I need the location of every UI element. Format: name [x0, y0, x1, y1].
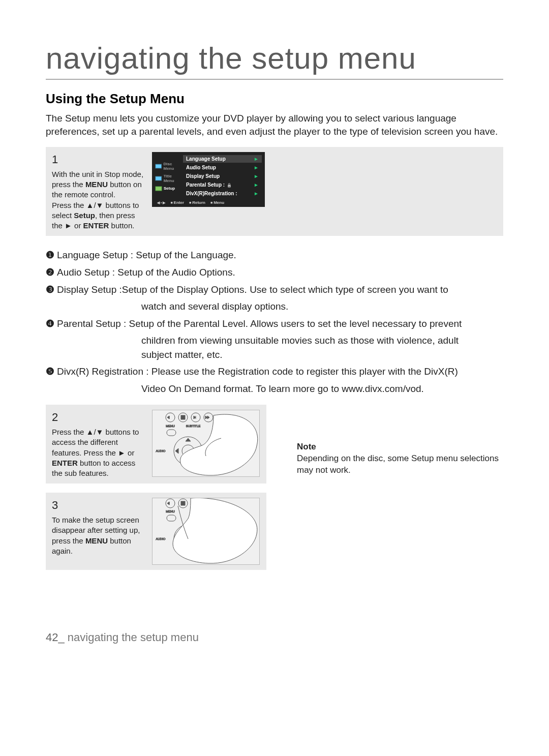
osd-footer: Enter Return Menu	[155, 197, 262, 205]
lock-icon	[225, 182, 232, 188]
svg-rect-19	[181, 501, 185, 505]
step-3-number: 3	[52, 498, 146, 513]
osd-item-parental: Parental Setup : ►	[183, 181, 262, 189]
chevron-right-icon: ►	[254, 182, 259, 188]
osd-tab-disc-menu: Disc Menu	[155, 162, 183, 171]
svg-text:AUDIO: AUDIO	[156, 449, 165, 452]
footer-text: navigating the setup menu	[65, 631, 199, 644]
svg-rect-1	[156, 176, 162, 180]
chevron-right-icon: ►	[254, 165, 259, 170]
chapter-title: navigating the setup menu	[46, 41, 503, 80]
chevron-right-icon: ►	[254, 191, 259, 196]
remote-illustration-step3: MENU AUDIO	[152, 498, 260, 565]
svg-text:SUBTITLE: SUBTITLE	[186, 425, 201, 428]
bullet-5: ❺	[46, 365, 57, 379]
svg-text:MENU: MENU	[166, 425, 175, 428]
osd-tab-title-menu: Title Menu	[155, 174, 183, 183]
note-body: Depending on the disc, some Setup menu s…	[297, 453, 503, 476]
osd-item-display: Display Setup►	[183, 172, 262, 180]
bullet-4: ❹	[46, 317, 57, 331]
bullet-2: ❷	[46, 265, 57, 280]
intro-paragraph: The Setup menu lets you customize your D…	[46, 112, 503, 138]
setup-icon	[155, 186, 162, 191]
page-number: 42_	[46, 631, 65, 644]
step-3: 3 To make the setup screen disappear aft…	[46, 493, 266, 570]
svg-rect-2	[156, 187, 162, 191]
osd-item-audio: Audio Setup►	[183, 164, 262, 171]
svg-rect-0	[156, 164, 162, 168]
descriptions: ❶Language Setup : Setup of the Language.…	[46, 248, 503, 396]
page-footer: 42_ navigating the setup menu	[46, 631, 503, 644]
remote-illustration-step2: MENU SUBTITLE ENTER AUDIO	[152, 410, 260, 477]
note: Note Depending on the disc, some Setup m…	[297, 441, 503, 476]
osd-item-divx: DivX(R)Registration :►	[183, 190, 262, 197]
osd-foot-menu: Menu	[210, 200, 224, 205]
osd-foot-return: Return	[189, 200, 205, 205]
step-2-text: 2 Press the ▲/▼ buttons to access the di…	[52, 410, 146, 478]
step-1: 1 With the unit in Stop mode, press the …	[46, 147, 503, 236]
chevron-right-icon: ►	[254, 156, 259, 162]
svg-text:AUDIO: AUDIO	[156, 537, 165, 540]
osd-foot-enter: Enter	[170, 200, 184, 205]
step-2: 2 Press the ▲/▼ buttons to access the di…	[46, 405, 266, 483]
svg-rect-6	[181, 415, 185, 419]
osd-item-language: Language Setup►	[183, 155, 262, 163]
on-screen-menu: Disc Menu Title Menu Setup Language Setu…	[152, 152, 265, 207]
svg-text:MENU: MENU	[166, 510, 175, 513]
step-1-number: 1	[52, 152, 146, 167]
step-3-text: 3 To make the setup screen disappear aft…	[52, 498, 146, 556]
osd-sidebar: Disc Menu Title Menu Setup	[155, 162, 183, 191]
note-heading: Note	[297, 441, 503, 453]
osd-nav-icons	[157, 200, 165, 205]
disc-icon	[155, 164, 162, 169]
step-1-text: 1 With the unit in Stop mode, press the …	[52, 152, 146, 231]
osd-list: Language Setup► Audio Setup► Display Set…	[183, 155, 262, 197]
section-title: Using the Setup Menu	[46, 91, 503, 107]
bullet-1: ❶	[46, 248, 57, 262]
chevron-right-icon: ►	[254, 173, 259, 179]
bullet-3: ❸	[46, 283, 57, 297]
step-2-number: 2	[52, 410, 146, 425]
osd-tab-setup: Setup	[155, 186, 183, 191]
title-icon	[155, 176, 162, 181]
